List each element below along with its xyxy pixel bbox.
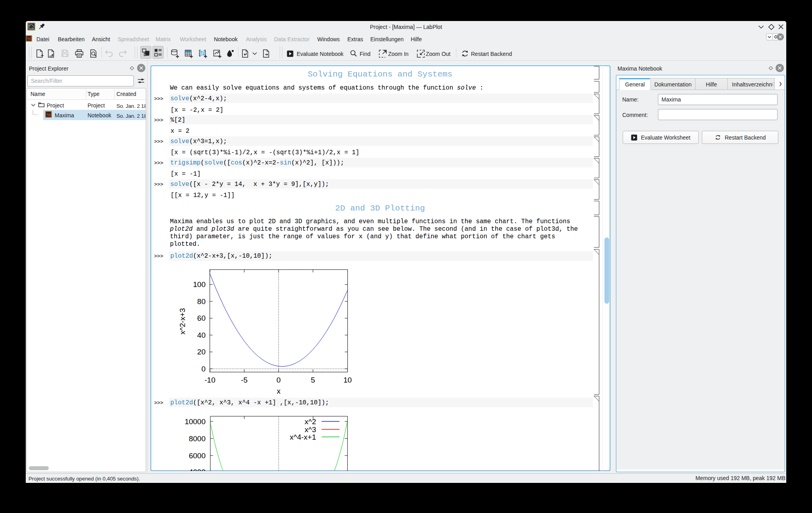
svg-text:x^2-x+3: x^2-x+3 (178, 308, 187, 334)
svg-text:6000: 6000 (189, 452, 206, 460)
svg-text:-10: -10 (204, 376, 215, 384)
svg-text:20: 20 (197, 348, 206, 356)
svg-text:60: 60 (197, 314, 206, 322)
svg-text:-5: -5 (241, 376, 248, 384)
svg-text:40: 40 (197, 331, 206, 339)
svg-text:100: 100 (193, 280, 206, 289)
svg-text:x^2: x^2 (305, 417, 316, 426)
svg-text:10000: 10000 (185, 417, 206, 426)
svg-text:x: x (277, 387, 281, 395)
svg-text:5: 5 (311, 376, 315, 384)
svg-text:x^3: x^3 (305, 425, 316, 434)
svg-text:0: 0 (276, 376, 281, 384)
svg-text:80: 80 (197, 297, 206, 306)
svg-text:10: 10 (343, 376, 352, 384)
svg-text:8000: 8000 (189, 435, 206, 443)
svg-text:4000: 4000 (189, 468, 206, 471)
svg-text:x^4-x+1: x^4-x+1 (290, 433, 316, 441)
svg-text:0: 0 (201, 365, 206, 373)
